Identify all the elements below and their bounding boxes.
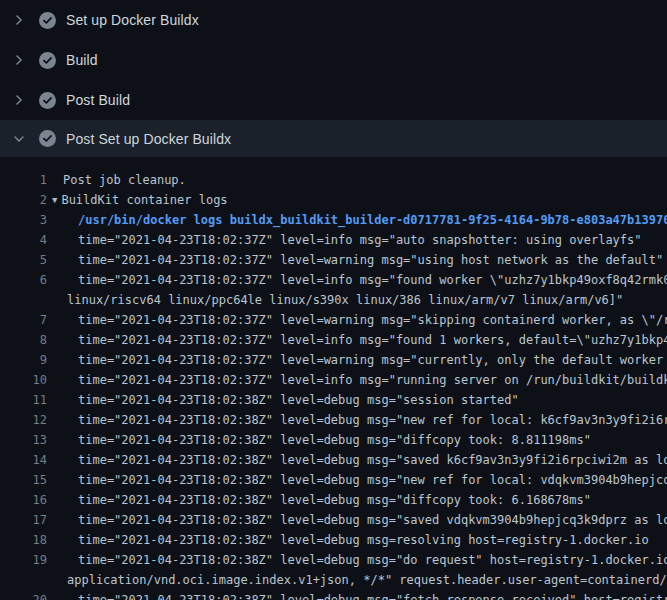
log-row: 7 time="2021-04-23T18:02:37Z" level=warn… — [0, 310, 667, 330]
log-line-number[interactable]: 19 — [0, 550, 47, 570]
log-row: 6 time="2021-04-23T18:02:37Z" level=info… — [0, 270, 667, 290]
step-title: Post Set up Docker Buildx — [66, 131, 231, 147]
log-line-text: time="2021-04-23T18:02:38Z" level=debug … — [78, 530, 649, 550]
log-row: 1 Post job cleanup. — [0, 170, 667, 190]
log-row: 2 ▼BuildKit container logs — [0, 190, 667, 210]
step-row[interactable]: Build — [0, 40, 667, 80]
log-row: 3 /usr/bin/docker logs buildx_buildkit_b… — [0, 210, 667, 230]
log-line-number[interactable]: 6 — [0, 270, 47, 290]
log-row: 15 time="2021-04-23T18:02:38Z" level=deb… — [0, 470, 667, 490]
log-line-number[interactable]: 13 — [0, 430, 47, 450]
log-line-number[interactable]: 10 — [0, 370, 47, 390]
workflow-steps-list: Set up Docker Buildx Build P — [0, 0, 667, 157]
log-row: application/vnd.oci.image.index.v1+json,… — [0, 570, 667, 590]
log-line-text: time="2021-04-23T18:02:37Z" level=warnin… — [78, 250, 663, 270]
log-row: 18 time="2021-04-23T18:02:38Z" level=deb… — [0, 530, 667, 550]
step-title: Post Build — [66, 92, 130, 108]
log-line-number[interactable]: 2 — [0, 190, 47, 210]
log-line-number[interactable]: 18 — [0, 530, 47, 550]
log-line-text: Post job cleanup. — [63, 170, 186, 190]
log-line-number[interactable]: 12 — [0, 410, 47, 430]
log-row: 9 time="2021-04-23T18:02:37Z" level=warn… — [0, 350, 667, 370]
log-line-text: time="2021-04-23T18:02:38Z" level=debug … — [78, 410, 667, 430]
log-command-text: /usr/bin/docker logs buildx_buildkit_bui… — [78, 210, 667, 230]
log-line-number[interactable]: 17 — [0, 510, 47, 530]
log-row: 13 time="2021-04-23T18:02:38Z" level=deb… — [0, 430, 667, 450]
log-line-text: linux/riscv64 linux/ppc64le linux/s390x … — [67, 290, 623, 310]
log-line-text: time="2021-04-23T18:02:37Z" level=warnin… — [78, 310, 667, 330]
log-line-text: time="2021-04-23T18:02:38Z" level=debug … — [78, 470, 667, 490]
log-line-number[interactable]: 14 — [0, 450, 47, 470]
log-row: 20 time="2021-04-23T18:02:38Z" level=deb… — [0, 590, 667, 600]
log-row: 12 time="2021-04-23T18:02:38Z" level=deb… — [0, 410, 667, 430]
log-row: 19 time="2021-04-23T18:02:38Z" level=deb… — [0, 550, 667, 570]
log-line-text: time="2021-04-23T18:02:38Z" level=debug … — [78, 390, 519, 410]
log-line-number[interactable]: 5 — [0, 250, 47, 270]
log-row: 17 time="2021-04-23T18:02:38Z" level=deb… — [0, 510, 667, 530]
chevron-right-icon — [12, 93, 26, 107]
log-line-number[interactable]: 7 — [0, 310, 47, 330]
log-viewer: 1 Post job cleanup. 2 ▼BuildKit containe… — [0, 157, 667, 600]
log-line-number[interactable]: 4 — [0, 230, 47, 250]
log-row: 4 time="2021-04-23T18:02:37Z" level=info… — [0, 230, 667, 250]
log-line-number[interactable]: 8 — [0, 330, 47, 350]
log-line-number — [0, 290, 47, 310]
log-row: 5 time="2021-04-23T18:02:37Z" level=warn… — [0, 250, 667, 270]
check-circle-icon — [39, 130, 56, 147]
log-line-number[interactable]: 1 — [0, 170, 47, 190]
log-row: 16 time="2021-04-23T18:02:38Z" level=deb… — [0, 490, 667, 510]
check-circle-icon — [39, 92, 56, 109]
step-title: Build — [66, 52, 98, 68]
log-line-number — [0, 570, 47, 590]
group-label[interactable]: BuildKit container logs — [61, 193, 227, 207]
log-row: 10 time="2021-04-23T18:02:37Z" level=inf… — [0, 370, 667, 390]
log-line-text: time="2021-04-23T18:02:38Z" level=debug … — [78, 430, 591, 450]
log-row: linux/riscv64 linux/ppc64le linux/s390x … — [0, 290, 667, 310]
check-circle-icon — [39, 52, 56, 69]
log-line-number[interactable]: 20 — [0, 590, 47, 600]
log-line-text: time="2021-04-23T18:02:38Z" level=debug … — [78, 450, 667, 470]
log-line-text: time="2021-04-23T18:02:38Z" level=debug … — [78, 590, 667, 600]
log-line-text: application/vnd.oci.image.index.v1+json,… — [67, 570, 667, 590]
step-row[interactable]: Set up Docker Buildx — [0, 0, 667, 40]
chevron-right-icon — [12, 13, 26, 27]
step-row[interactable]: Post Build — [0, 80, 667, 120]
log-line-text: time="2021-04-23T18:02:38Z" level=debug … — [78, 490, 591, 510]
log-line-text: time="2021-04-23T18:02:37Z" level=info m… — [78, 330, 667, 350]
group-collapse-triangle-icon[interactable]: ▼ — [52, 190, 57, 210]
log-line-number[interactable]: 3 — [0, 210, 47, 230]
log-line-text: time="2021-04-23T18:02:37Z" level=warnin… — [78, 350, 667, 370]
log-line-text: time="2021-04-23T18:02:37Z" level=info m… — [78, 270, 667, 290]
log-row: 11 time="2021-04-23T18:02:38Z" level=deb… — [0, 390, 667, 410]
log-group-header: ▼BuildKit container logs — [52, 190, 228, 210]
log-row: 14 time="2021-04-23T18:02:38Z" level=deb… — [0, 450, 667, 470]
log-line-text: time="2021-04-23T18:02:37Z" level=info m… — [78, 370, 667, 390]
chevron-down-icon — [12, 132, 26, 146]
step-title: Set up Docker Buildx — [66, 12, 199, 28]
log-row: 8 time="2021-04-23T18:02:37Z" level=info… — [0, 330, 667, 350]
log-line-number[interactable]: 15 — [0, 470, 47, 490]
check-circle-icon — [39, 12, 56, 29]
step-row[interactable]: Post Set up Docker Buildx — [0, 120, 667, 157]
log-line-number[interactable]: 16 — [0, 490, 47, 510]
log-line-text: time="2021-04-23T18:02:38Z" level=debug … — [78, 550, 667, 570]
log-line-number[interactable]: 9 — [0, 350, 47, 370]
chevron-right-icon — [12, 53, 26, 67]
log-line-text: time="2021-04-23T18:02:37Z" level=info m… — [78, 230, 642, 250]
log-line-number[interactable]: 11 — [0, 390, 47, 410]
log-line-text: time="2021-04-23T18:02:38Z" level=debug … — [78, 510, 667, 530]
